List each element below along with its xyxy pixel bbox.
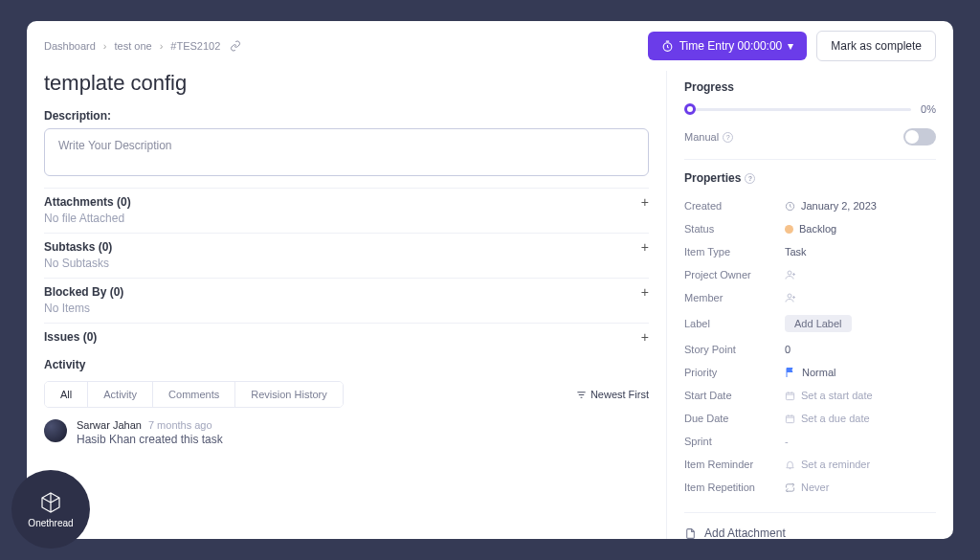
svg-point-3: [788, 294, 791, 298]
issues-header[interactable]: Issues (0) +: [44, 324, 649, 347]
prop-row-reminder[interactable]: Item Reminder Set a reminder: [684, 453, 936, 476]
avatar[interactable]: [44, 419, 67, 442]
prop-row-sprint[interactable]: Sprint -: [684, 430, 936, 453]
prop-label-key: Label: [684, 318, 785, 329]
attachment-icon: [684, 527, 697, 540]
description-label: Description:: [44, 109, 649, 123]
prop-created-value: January 2, 2023: [801, 200, 877, 212]
onethread-label: Onethread: [28, 518, 73, 528]
subtasks-body: No Subtasks: [44, 257, 649, 278]
flag-icon: [785, 367, 796, 378]
prop-row-status[interactable]: Status Backlog: [684, 217, 936, 240]
svg-rect-4: [786, 392, 793, 399]
chevron-right-icon: ›: [103, 40, 107, 52]
slider-handle[interactable]: [684, 103, 696, 115]
prop-row-item-type[interactable]: Item Type Task: [684, 240, 936, 263]
tab-comments[interactable]: Comments: [153, 382, 235, 407]
svg-rect-5: [786, 415, 793, 422]
blocked-by-body: No Items: [44, 302, 649, 323]
page-title[interactable]: template config: [44, 71, 649, 96]
blocked-by-title: Blocked By (0): [44, 285, 123, 299]
progress-title: Progress: [684, 80, 936, 94]
user-add-icon: [785, 269, 796, 280]
prop-priority-value: Normal: [802, 367, 835, 378]
prop-status-key: Status: [684, 223, 785, 235]
subtasks-title: Subtasks (0): [44, 240, 112, 254]
plus-icon[interactable]: +: [641, 329, 649, 345]
prop-row-due-date[interactable]: Due Date Set a due date: [684, 407, 936, 430]
help-icon[interactable]: ?: [723, 132, 733, 143]
properties-title: Properties: [684, 171, 741, 185]
mark-complete-button[interactable]: Mark as complete: [816, 31, 936, 61]
repeat-icon: [785, 482, 795, 493]
bell-icon: [785, 459, 795, 470]
sort-icon: [576, 390, 587, 400]
time-entry-label: Time Entry 00:00:00: [679, 39, 783, 53]
description-input[interactable]: Write Your Description: [44, 128, 649, 176]
tab-activity[interactable]: Activity: [88, 382, 153, 407]
plus-icon[interactable]: +: [641, 239, 649, 255]
prop-story-key: Story Point: [684, 344, 785, 355]
blocked-by-header[interactable]: Blocked By (0) +: [44, 279, 649, 302]
prop-itemtype-value: Task: [785, 246, 807, 258]
activity-text: Hasib Khan created this task: [77, 433, 223, 446]
breadcrumb-task-id[interactable]: #TES2102: [170, 40, 220, 52]
sort-button[interactable]: Newest First: [576, 389, 649, 400]
user-add-icon: [785, 292, 796, 303]
prop-row-created: Created January 2, 2023: [684, 194, 936, 217]
plus-icon[interactable]: +: [641, 284, 649, 300]
attachments-header[interactable]: Attachments (0) +: [44, 189, 649, 212]
calendar-icon: [785, 391, 795, 401]
prop-repeat-value: Never: [801, 482, 829, 493]
progress-percent: 0%: [921, 103, 936, 115]
prop-row-priority[interactable]: Priority Normal: [684, 361, 936, 384]
prop-row-start-date[interactable]: Start Date Set a start date: [684, 384, 936, 407]
add-attachment-label: Add Attachment: [704, 526, 786, 539]
prop-status-value: Backlog: [799, 223, 836, 235]
breadcrumb: Dashboard › test one › #TES2102: [44, 40, 243, 52]
add-attachment-button[interactable]: Add Attachment: [684, 512, 936, 539]
help-icon[interactable]: ?: [745, 173, 755, 184]
prop-owner-key: Project Owner: [684, 269, 785, 280]
prop-priority-key: Priority: [684, 367, 785, 378]
prop-row-member[interactable]: Member: [684, 286, 936, 309]
prop-due-key: Due Date: [684, 413, 785, 424]
prop-sprint-value: -: [785, 436, 789, 447]
cube-icon: [39, 491, 62, 514]
subtasks-header[interactable]: Subtasks (0) +: [44, 234, 649, 257]
time-entry-button[interactable]: Time Entry 00:00:00 ▾: [648, 32, 808, 60]
manual-toggle[interactable]: [903, 128, 936, 146]
breadcrumb-project[interactable]: test one: [115, 40, 152, 52]
stopwatch-icon: [661, 40, 674, 53]
breadcrumb-dashboard[interactable]: Dashboard: [44, 40, 96, 52]
calendar-icon: [785, 414, 795, 424]
attachments-body: No file Attached: [44, 212, 649, 233]
chevron-down-icon: ▾: [788, 39, 793, 53]
plus-icon[interactable]: +: [641, 194, 649, 210]
prop-reminder-key: Item Reminder: [684, 459, 785, 470]
link-icon[interactable]: [228, 40, 243, 52]
chevron-right-icon: ›: [160, 40, 164, 52]
onethread-badge[interactable]: Onethread: [11, 470, 90, 549]
progress-slider[interactable]: [684, 108, 911, 111]
activity-title: Activity: [44, 358, 649, 371]
prop-itemtype-key: Item Type: [684, 246, 785, 258]
prop-repeat-key: Item Repetition: [684, 482, 785, 493]
prop-row-repetition[interactable]: Item Repetition Never: [684, 476, 936, 499]
prop-created-key: Created: [684, 200, 785, 212]
prop-due-value: Set a due date: [801, 413, 870, 424]
tab-revision-history[interactable]: Revision History: [235, 382, 342, 407]
prop-story-value: 0: [785, 344, 791, 355]
tab-all[interactable]: All: [45, 382, 88, 407]
prop-member-key: Member: [684, 292, 785, 303]
prop-start-value: Set a start date: [801, 390, 873, 401]
prop-reminder-value: Set a reminder: [801, 459, 870, 470]
sort-label: Newest First: [590, 389, 649, 400]
prop-row-owner[interactable]: Project Owner: [684, 263, 936, 286]
prop-row-story-point[interactable]: Story Point 0: [684, 338, 936, 361]
status-dot-icon: [785, 225, 793, 234]
add-label-chip[interactable]: Add Label: [785, 315, 852, 332]
prop-sprint-key: Sprint: [684, 436, 785, 447]
prop-row-label[interactable]: Label Add Label: [684, 309, 936, 338]
activity-item: Sarwar Jahan 7 months ago Hasib Khan cre…: [44, 419, 649, 446]
